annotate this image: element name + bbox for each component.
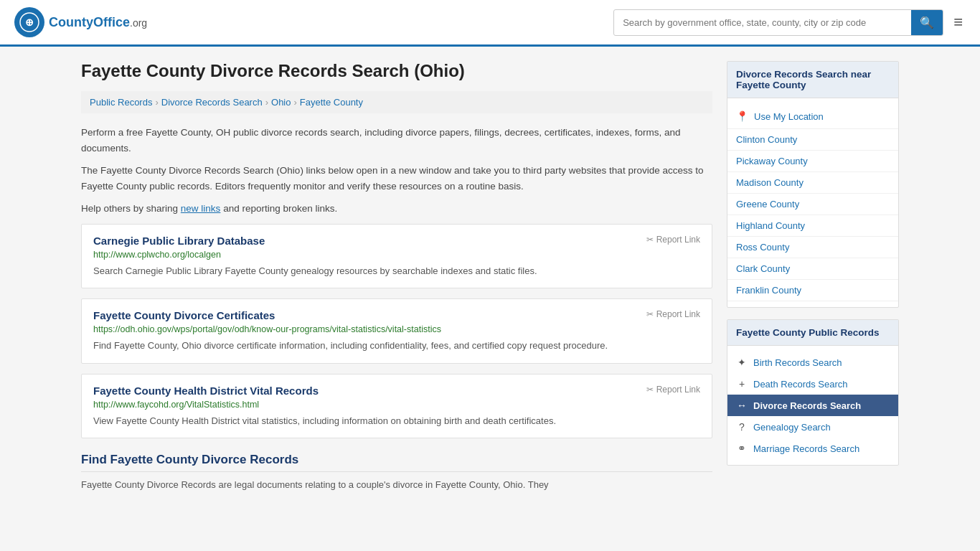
- nearby-counties-heading: Divorce Records Search near Fayette Coun…: [727, 62, 898, 98]
- marriage-icon: ⚭: [736, 443, 748, 454]
- report-link-3[interactable]: ✂ Report Link: [646, 385, 700, 395]
- logo: ⊕ CountyOffice.org: [14, 7, 147, 37]
- description-2: The Fayette County Divorce Records Searc…: [81, 163, 712, 194]
- county-link-franklin[interactable]: Franklin County: [727, 280, 898, 301]
- result-header: Fayette County Health District Vital Rec…: [93, 385, 700, 397]
- breadcrumb-divorce-records-search[interactable]: Divorce Records Search: [161, 97, 263, 108]
- result-desc-3: View Fayette County Health District vita…: [93, 414, 700, 428]
- page-title: Fayette County Divorce Records Search (O…: [81, 61, 712, 81]
- logo-icon: ⊕: [14, 7, 44, 37]
- use-location-button[interactable]: 📍 Use My Location: [727, 104, 898, 129]
- result-url-2: https://odh.ohio.gov/wps/portal/gov/odh/…: [93, 324, 700, 334]
- page-container: Fayette County Divorce Records Search (O…: [67, 47, 913, 507]
- county-link-clark[interactable]: Clark County: [727, 258, 898, 280]
- result-title-3[interactable]: Fayette County Health District Vital Rec…: [93, 385, 319, 397]
- find-section-text: Fayette County Divorce Records are legal…: [81, 478, 712, 493]
- location-icon: 📍: [736, 110, 748, 122]
- public-records-box: Fayette County Public Records ✦ Birth Re…: [727, 319, 899, 466]
- divorce-icon: ↔: [736, 400, 748, 411]
- sidebar: Divorce Records Search near Fayette Coun…: [727, 61, 899, 493]
- breadcrumb: Public Records › Divorce Records Search …: [81, 91, 712, 113]
- result-item: Fayette County Health District Vital Rec…: [81, 374, 712, 439]
- header-right: 🔍 ≡: [613, 9, 966, 36]
- death-icon: +: [736, 378, 748, 390]
- search-bar[interactable]: 🔍: [613, 9, 943, 36]
- logo-text: CountyOffice.org: [49, 15, 147, 30]
- result-url-3: http://www.faycohd.org/VitalStatistics.h…: [93, 400, 700, 410]
- county-link-ross[interactable]: Ross County: [727, 237, 898, 258]
- breadcrumb-ohio[interactable]: Ohio: [271, 97, 291, 108]
- result-item: Fayette County Divorce Certificates ✂ Re…: [81, 298, 712, 364]
- sidebar-link-marriage[interactable]: ⚭ Marriage Records Search: [727, 438, 898, 459]
- county-link-greene[interactable]: Greene County: [727, 194, 898, 215]
- result-title-1[interactable]: Carnegie Public Library Database: [93, 235, 265, 247]
- nearby-counties-content: 📍 Use My Location Clinton County Pickawa…: [727, 98, 898, 307]
- birth-icon: ✦: [736, 357, 748, 368]
- new-links-link[interactable]: new links: [181, 203, 221, 214]
- result-url-1: http://www.cplwcho.org/localgen: [93, 250, 700, 260]
- genealogy-icon: ?: [736, 421, 748, 433]
- sidebar-link-death[interactable]: + Death Records Search: [727, 373, 898, 395]
- header: ⊕ CountyOffice.org 🔍 ≡: [0, 0, 980, 47]
- public-records-heading: Fayette County Public Records: [727, 320, 898, 346]
- sidebar-link-birth[interactable]: ✦ Birth Records Search: [727, 352, 898, 373]
- hamburger-menu-icon[interactable]: ≡: [951, 10, 966, 34]
- description-1: Perform a free Fayette County, OH public…: [81, 125, 712, 156]
- search-input[interactable]: [614, 11, 911, 34]
- sidebar-link-genealogy[interactable]: ? Genealogy Search: [727, 416, 898, 438]
- county-link-clinton[interactable]: Clinton County: [727, 129, 898, 151]
- sidebar-link-divorce[interactable]: ↔ Divorce Records Search: [727, 395, 898, 416]
- report-link-1[interactable]: ✂ Report Link: [646, 235, 700, 245]
- result-desc-1: Search Carnegie Public Library Fayette C…: [93, 264, 700, 278]
- county-link-highland[interactable]: Highland County: [727, 215, 898, 237]
- public-records-content: ✦ Birth Records Search + Death Records S…: [727, 346, 898, 465]
- result-header: Fayette County Divorce Certificates ✂ Re…: [93, 309, 700, 321]
- breadcrumb-fayette-county[interactable]: Fayette County: [300, 97, 363, 108]
- svg-text:⊕: ⊕: [25, 17, 34, 28]
- result-title-2[interactable]: Fayette County Divorce Certificates: [93, 309, 275, 321]
- report-link-2[interactable]: ✂ Report Link: [646, 309, 700, 319]
- main-content: Fayette County Divorce Records Search (O…: [81, 61, 712, 493]
- find-section-heading: Find Fayette County Divorce Records: [81, 453, 712, 472]
- county-link-pickaway[interactable]: Pickaway County: [727, 151, 898, 172]
- breadcrumb-public-records[interactable]: Public Records: [90, 97, 152, 108]
- county-link-madison[interactable]: Madison County: [727, 172, 898, 194]
- result-item: Carnegie Public Library Database ✂ Repor…: [81, 224, 712, 289]
- result-header: Carnegie Public Library Database ✂ Repor…: [93, 235, 700, 247]
- result-desc-2: Find Fayette County, Ohio divorce certif…: [93, 339, 700, 353]
- nearby-counties-box: Divorce Records Search near Fayette Coun…: [727, 61, 899, 308]
- search-button[interactable]: 🔍: [911, 10, 943, 35]
- help-text: Help others by sharing new links and rep…: [81, 201, 712, 217]
